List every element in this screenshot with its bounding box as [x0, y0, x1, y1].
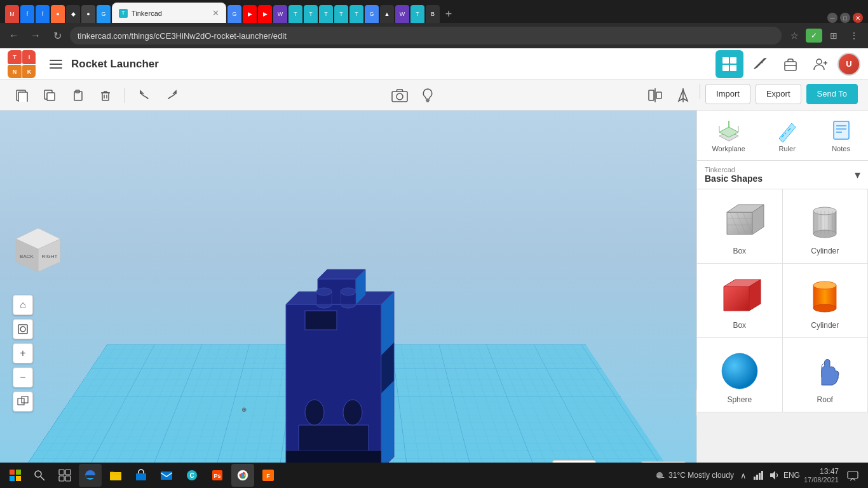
browser-menu-icon[interactable]: ⋮	[845, 27, 863, 44]
notification-button[interactable]	[843, 465, 863, 485]
home-view-button[interactable]: ⌂	[13, 295, 33, 315]
tab-3[interactable]: ●	[51, 5, 65, 23]
search-taskbar-button[interactable]	[28, 464, 51, 487]
shape-item-box-red[interactable]: Box	[697, 264, 783, 338]
delete-button[interactable]	[94, 84, 117, 107]
taskbar-mail-icon[interactable]	[155, 464, 178, 487]
export-button[interactable]: Export	[756, 84, 801, 104]
user-avatar[interactable]: U	[837, 53, 860, 76]
workplane-tool[interactable]: Workplane	[704, 116, 752, 155]
window-minimize[interactable]: ─	[827, 13, 837, 23]
browser-toolbar-right: ☆ ✓ ⊞ ⋮	[785, 27, 863, 44]
tab-5[interactable]: ●	[81, 5, 95, 23]
grid-view-button[interactable]	[715, 50, 743, 78]
projects-button[interactable]	[776, 50, 804, 78]
fit-all-button[interactable]	[13, 319, 33, 339]
shape-item-cylinder-gray[interactable]: Cylinder	[783, 189, 869, 264]
start-button[interactable]	[5, 465, 25, 485]
cylinder-gray-label: Cylinder	[811, 247, 839, 255]
canvas-area[interactable]: RIGHT BACK ⌂ + −	[0, 111, 696, 488]
svg-rect-37	[22, 396, 28, 403]
shape-item-cylinder-orange[interactable]: Cylinder	[783, 264, 869, 338]
svg-rect-15	[47, 93, 55, 100]
tab-bbc[interactable]: B	[426, 5, 440, 23]
tab-tc2[interactable]: T	[304, 5, 318, 23]
tab-tc4[interactable]: T	[334, 5, 348, 23]
zoom-in-button[interactable]: +	[13, 343, 33, 363]
redo-button[interactable]	[161, 84, 184, 107]
tab-tc5[interactable]: T	[349, 5, 363, 23]
import-button[interactable]: Import	[705, 84, 750, 104]
tab-g2[interactable]: G	[365, 5, 379, 23]
tab-yt2[interactable]: ▶	[258, 5, 272, 23]
view-cube[interactable]: RIGHT BACK	[13, 225, 64, 282]
new-design-button[interactable]	[10, 84, 33, 107]
taskbar-chrome-icon[interactable]	[231, 464, 254, 487]
tab-4[interactable]: ◆	[66, 5, 80, 23]
tab-fb2[interactable]: f	[36, 5, 50, 23]
taskbar-edge-icon[interactable]	[79, 464, 102, 487]
address-input[interactable]	[70, 27, 782, 44]
mirror-button[interactable]	[672, 84, 695, 107]
weather-widget[interactable]: 31°C Mostly cloudy	[653, 469, 734, 482]
tab-wp[interactable]: W	[273, 5, 287, 23]
forward-button[interactable]: →	[27, 27, 44, 44]
shape-item-sphere-blue[interactable]: Sphere	[697, 338, 783, 412]
orthographic-button[interactable]	[13, 391, 33, 412]
reload-button[interactable]: ↻	[48, 27, 66, 44]
svg-point-22	[397, 93, 403, 100]
tray-arrow-icon[interactable]: ∧	[738, 470, 749, 481]
tab-fb1[interactable]: f	[20, 5, 34, 23]
cylinder-orange-icon	[799, 274, 850, 318]
tab-dark[interactable]: ▲	[380, 5, 394, 23]
zoom-out-button[interactable]: −	[13, 367, 33, 388]
extension-check-icon[interactable]: ✓	[806, 29, 822, 43]
bookmark-star-icon[interactable]: ☆	[785, 27, 803, 44]
tab-g1[interactable]: G	[227, 5, 241, 23]
taskbar-store-icon[interactable]	[130, 464, 153, 487]
notes-panel-button[interactable]	[416, 84, 439, 107]
new-tab-button[interactable]: +	[440, 5, 458, 23]
taskbar-explorer-icon[interactable]	[104, 464, 127, 487]
add-collaborator-button[interactable]	[807, 50, 835, 78]
copy-button[interactable]	[38, 84, 61, 107]
undo-button[interactable]	[133, 84, 156, 107]
shapes-meta: Tinkercad Basic Shapes	[705, 166, 763, 184]
notes-tool[interactable]: Notes	[822, 116, 861, 155]
sendto-button[interactable]: Send To	[806, 84, 858, 104]
window-close[interactable]: ✕	[853, 13, 863, 23]
tab-tc3[interactable]: T	[319, 5, 333, 23]
tab-close-btn[interactable]: ✕	[212, 8, 219, 18]
align-button[interactable]	[644, 84, 667, 107]
tab-wp2[interactable]: W	[395, 5, 409, 23]
paste-button[interactable]	[66, 84, 89, 107]
tab-gmail[interactable]: M	[5, 5, 19, 23]
task-view-button[interactable]	[53, 464, 76, 487]
shape-item-box-gray[interactable]: Box	[697, 189, 783, 264]
window-maximize[interactable]: □	[840, 13, 850, 23]
shapes-dropdown-button[interactable]: ▾	[855, 168, 860, 182]
taskbar-adobe-icon[interactable]: Ps	[206, 464, 229, 487]
tray-network-icon[interactable]	[753, 470, 764, 481]
back-button[interactable]: ←	[5, 27, 23, 44]
clock-widget[interactable]: 13:47 17/08/2021	[804, 467, 839, 484]
tab-tinkercad-active[interactable]: T Tinkercad ✕	[112, 3, 226, 23]
hamburger-menu-button[interactable]	[47, 55, 65, 73]
svg-rect-98	[16, 476, 21, 481]
tray-speaker-icon[interactable]	[768, 470, 780, 481]
active-tab-title: Tinkercad	[132, 10, 162, 17]
collapse-sidebar-button[interactable]: ›	[696, 390, 696, 416]
shapes-grid: Box	[697, 189, 868, 412]
taskbar-copernic-icon[interactable]: C	[180, 464, 203, 487]
shape-item-hand[interactable]: Roof	[783, 338, 869, 412]
canvas-background	[0, 111, 696, 488]
code-editor-button[interactable]	[746, 50, 774, 78]
tab-6[interactable]: G	[97, 5, 111, 23]
ruler-tool[interactable]: Ruler	[768, 116, 807, 155]
camera-button[interactable]	[388, 84, 411, 107]
extensions-puzzle-icon[interactable]: ⊞	[825, 27, 843, 44]
taskbar-freeform-icon[interactable]: F	[257, 464, 280, 487]
tab-yt1[interactable]: ▶	[243, 5, 257, 23]
tab-tc1[interactable]: T	[288, 5, 302, 23]
tab-tc6[interactable]: T	[410, 5, 424, 23]
